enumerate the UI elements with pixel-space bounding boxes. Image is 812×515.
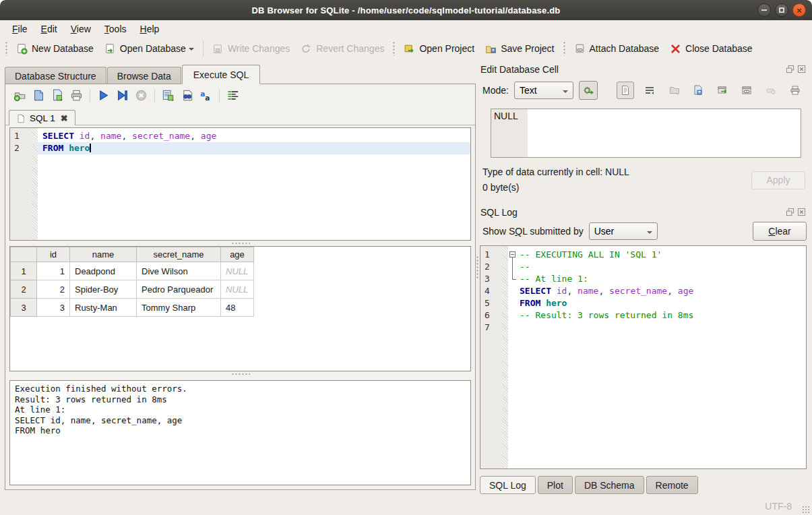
float-dock-icon[interactable] — [786, 208, 794, 216]
sql1-tab[interactable]: SQL 1 ✖ — [9, 110, 75, 125]
table-row[interactable]: 3 3 Rusty-Man Tommy Sharp 48 — [11, 299, 254, 317]
tab-remote[interactable]: Remote — [646, 476, 698, 494]
editor-fold-margin — [32, 128, 38, 240]
open-project-button[interactable]: Open Project — [398, 40, 480, 57]
save-project-icon — [485, 43, 497, 55]
export-results-button[interactable] — [162, 89, 175, 102]
clear-log-button[interactable]: Clear — [753, 222, 807, 241]
svg-text:a: a — [200, 90, 205, 98]
column-header-secret-name[interactable]: secret_name — [137, 247, 221, 262]
text-mode-button[interactable] — [617, 82, 634, 99]
gear-icon — [582, 85, 594, 96]
log-line: FROM hero — [508, 297, 806, 309]
dock-splitter-handle[interactable] — [476, 255, 479, 280]
sql-toolbar: aa — [5, 84, 475, 107]
open-database-button[interactable]: Open Database — [99, 40, 199, 57]
open-database-dropdown-icon[interactable] — [189, 48, 194, 53]
auto-apply-button[interactable] — [579, 81, 598, 100]
tab-sql-log[interactable]: SQL Log — [480, 476, 536, 494]
results-grid[interactable]: id name secret_name age 1 1 Deadpond Div… — [9, 246, 471, 371]
cell-value-editor[interactable]: NULL — [491, 109, 801, 158]
menu-file[interactable]: File — [5, 22, 34, 36]
cell-print-icon — [790, 85, 801, 96]
autocomplete-button[interactable]: aa — [199, 89, 212, 102]
editor-results-splitter[interactable] — [5, 241, 475, 246]
sql-editor[interactable]: 1 2 SELECT id, name, secret_name, age FR… — [9, 127, 471, 241]
stop-execution-button[interactable] — [135, 89, 148, 102]
menu-tools[interactable]: Tools — [98, 22, 133, 36]
table-row[interactable]: 2 2 Spider-Boy Pedro Parqueador NULL — [11, 280, 254, 299]
save-sql-file-button[interactable] — [51, 89, 64, 102]
close-button[interactable]: × — [792, 3, 806, 17]
resize-grip[interactable] — [802, 506, 810, 514]
minimize-button[interactable] — [757, 3, 771, 17]
cell-type-info: Type of data currently in cell: NULL — [482, 164, 629, 180]
title-bar[interactable]: DB Browser for SQLite - /home/user/code/… — [0, 0, 812, 20]
autocomplete-icon: aa — [199, 89, 212, 102]
toolbar-drag-handle[interactable] — [5, 41, 8, 56]
tab-plot[interactable]: Plot — [538, 476, 573, 494]
sql-log-view[interactable]: 1 2 3 4 5 6 7 -- EXECUTING ALL IN 'SQL 1… — [480, 245, 807, 469]
menu-view[interactable]: View — [64, 22, 98, 36]
link-cell-button[interactable] — [738, 82, 755, 99]
menu-edit[interactable]: Edit — [34, 22, 64, 36]
close-dock-icon[interactable] — [797, 208, 806, 216]
close-dock-icon[interactable] — [797, 65, 806, 73]
write-changes-button[interactable]: Write Changes — [207, 40, 295, 57]
column-header-name[interactable]: name — [70, 247, 137, 262]
export-cell-data-button[interactable] — [689, 82, 707, 99]
apply-button[interactable]: Apply — [751, 171, 805, 189]
write-changes-icon — [212, 43, 224, 55]
attach-database-button[interactable]: Attach Database — [569, 40, 665, 57]
stop-icon — [135, 89, 148, 102]
maximize-button[interactable] — [775, 3, 788, 17]
mode-label: Mode: — [482, 85, 509, 96]
cell-word-wrap-button[interactable] — [641, 82, 658, 99]
log-content: -- EXECUTING ALL IN 'SQL 1' -- -- At lin… — [508, 246, 806, 468]
toolbar-separator — [203, 40, 204, 57]
toolbar-drag-handle[interactable] — [392, 41, 396, 56]
minimize-icon — [761, 9, 767, 11]
print-sql-button[interactable] — [70, 89, 83, 102]
tab-db-schema[interactable]: DB Schema — [575, 476, 644, 494]
menu-help[interactable]: Help — [133, 22, 166, 36]
tab-execute-sql[interactable]: Execute SQL — [182, 65, 261, 84]
sql-log-dock: SQL Log Show SQL submitted by User Clear — [480, 205, 807, 496]
link-icon — [741, 85, 752, 96]
column-header-age[interactable]: age — [221, 247, 254, 262]
find-button[interactable] — [181, 89, 193, 102]
revert-changes-button[interactable]: Revert Changes — [295, 40, 389, 57]
editor-code-area[interactable]: SELECT id, name, secret_name, age FROM h… — [38, 128, 470, 240]
import-cell-data-button[interactable] — [665, 82, 683, 99]
log-filter-select[interactable]: User — [589, 222, 658, 240]
table-row[interactable]: 1 1 Deadpond Dive Wilson NULL — [11, 262, 254, 280]
execute-all-button[interactable] — [97, 89, 110, 102]
menu-bar: File Edit View Tools Help — [0, 20, 812, 37]
fold-collapse-icon[interactable] — [509, 251, 516, 258]
close-database-button[interactable]: Close Database — [664, 40, 758, 57]
save-project-button[interactable]: Save Project — [480, 40, 559, 57]
new-database-button[interactable]: New Database — [11, 40, 99, 57]
print-cell-button[interactable] — [786, 82, 804, 99]
execute-line-icon — [116, 89, 129, 102]
column-header-id[interactable]: id — [37, 247, 70, 262]
open-sql-file-button[interactable] — [32, 89, 45, 102]
new-database-icon — [16, 43, 28, 55]
word-wrap-button[interactable] — [226, 89, 239, 102]
log-line: -- EXECUTING ALL IN 'SQL 1' — [508, 249, 806, 261]
set-null-button[interactable] — [762, 82, 780, 99]
cell-null-value: NULL — [491, 109, 528, 157]
close-sql-tab-icon[interactable]: ✖ — [61, 113, 68, 123]
new-tab-icon — [13, 89, 26, 102]
toolbar-drag-handle[interactable] — [563, 41, 566, 56]
status-bar: UTF-8 — [0, 496, 812, 515]
sql-tab-bar: SQL 1 ✖ — [5, 107, 475, 125]
tab-browse-data[interactable]: Browse Data — [107, 67, 181, 84]
new-sql-tab-button[interactable] — [13, 89, 26, 102]
open-in-external-app-button[interactable] — [714, 82, 731, 99]
float-dock-icon[interactable] — [786, 65, 794, 73]
results-message-splitter[interactable] — [5, 371, 475, 377]
mode-select[interactable]: Text — [514, 82, 573, 99]
tab-database-structure[interactable]: Database Structure — [5, 67, 106, 84]
execute-current-line-button[interactable] — [116, 89, 129, 102]
